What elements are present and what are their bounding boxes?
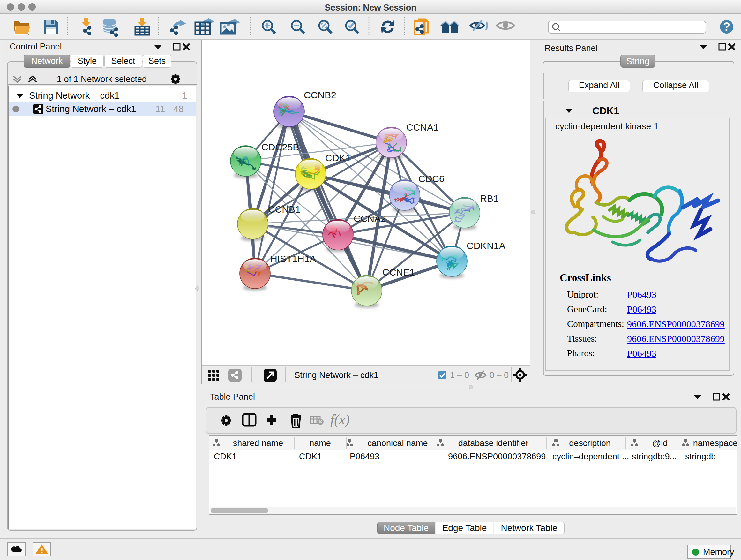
svg-text:CCNB2: CCNB2 bbox=[304, 90, 336, 100]
svg-text:f(x): f(x) bbox=[330, 412, 350, 428]
svg-text:CCNA1: CCNA1 bbox=[406, 122, 439, 132]
svg-text:CDC6: CDC6 bbox=[418, 173, 445, 184]
svg-text:CDK1: CDK1 bbox=[325, 152, 351, 163]
svg-text:0 – 0: 0 – 0 bbox=[489, 370, 509, 380]
svg-text:?: ? bbox=[723, 20, 730, 33]
svg-text:String Network – cdk1: String Network – cdk1 bbox=[294, 370, 379, 380]
svg-text:CDKN1A: CDKN1A bbox=[467, 240, 506, 251]
svg-text:1 – 0: 1 – 0 bbox=[450, 370, 469, 380]
svg-text:HIST1H1A: HIST1H1A bbox=[270, 253, 316, 264]
svg-text:CCNA2: CCNA2 bbox=[354, 213, 386, 224]
svg-text:CCNE1: CCNE1 bbox=[382, 267, 415, 277]
svg-text:RB1: RB1 bbox=[480, 193, 498, 204]
svg-text:CDC25B: CDC25B bbox=[261, 142, 299, 152]
svg-text:CCNB1: CCNB1 bbox=[268, 204, 300, 214]
